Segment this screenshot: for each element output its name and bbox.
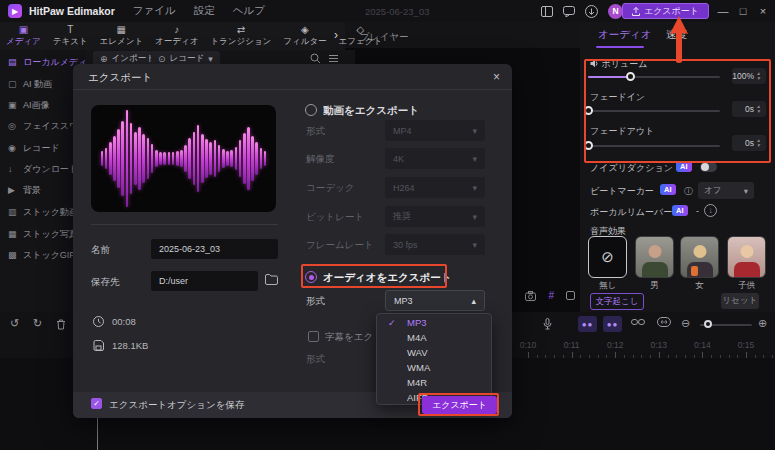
tab-filters[interactable]: ◈フィルター	[277, 22, 332, 50]
tab-media[interactable]: ▣メディア	[0, 22, 47, 50]
noise-reduction-toggle[interactable]	[700, 162, 717, 172]
clock-icon	[93, 316, 104, 327]
minimize-button[interactable]: —	[715, 0, 731, 22]
chevron-up-icon: ▴	[471, 296, 476, 306]
voice-fx-child[interactable]	[727, 236, 766, 278]
zoom-slider-knob[interactable]	[704, 320, 712, 328]
tab-effects[interactable]: ◇エフェクト	[333, 22, 389, 50]
playhead[interactable]	[97, 418, 98, 450]
trash-icon[interactable]	[56, 319, 66, 330]
layout-panels-icon[interactable]	[541, 6, 553, 17]
name-input[interactable]: 2025-06-23_03	[151, 239, 278, 259]
info-icon[interactable]: ⓘ	[684, 185, 693, 198]
crop-icon[interactable]	[566, 291, 575, 300]
audio-format-label: 形式	[306, 295, 325, 308]
record-icon: ◉	[8, 143, 18, 153]
list-view-icon[interactable]	[328, 53, 339, 64]
player-toolbar: ⌄ #	[505, 290, 575, 301]
voice-fx-male[interactable]	[635, 236, 674, 278]
dialog-close-icon[interactable]: ×	[493, 70, 500, 84]
panel-tab-audio[interactable]: オーディオ	[598, 28, 651, 42]
dropdown-option-m4r[interactable]: M4R	[377, 375, 491, 390]
download-icon[interactable]	[585, 5, 598, 18]
video-export-radio[interactable]	[305, 104, 317, 116]
check-icon: ✓	[388, 318, 396, 328]
noise-reduction-label: ノイズリダクション	[590, 162, 673, 175]
app-title: HitPaw Edimakor	[29, 5, 115, 17]
dropdown-option-wav[interactable]: WAV	[377, 345, 491, 360]
dropdown-option-wma[interactable]: WMA	[377, 360, 491, 375]
stock-photo-icon: ▦	[8, 229, 18, 239]
stock-gif-icon: ▩	[8, 250, 18, 260]
export-top-button[interactable]: エクスポート	[622, 3, 709, 19]
waveform-preview	[91, 105, 276, 212]
auto-ripple-icon[interactable]: ●●	[578, 316, 597, 332]
resolution-label: 解像度	[306, 153, 335, 166]
voice-fx-female-label: 女	[680, 280, 719, 292]
zoom-out-icon[interactable]: ⊖	[681, 317, 690, 330]
fit-timeline-icon[interactable]	[657, 317, 671, 327]
tabs-overflow-chevron-icon[interactable]: ›	[334, 28, 338, 42]
unlink-icon[interactable]	[631, 317, 645, 327]
close-button[interactable]: ×	[755, 0, 771, 22]
tab-transitions[interactable]: ⇄トランジション	[204, 22, 277, 50]
media-icon: ▣	[19, 25, 28, 35]
record-btn-icon: ⊙	[158, 54, 166, 64]
subtitle-export-checkbox[interactable]	[308, 331, 319, 342]
none-icon: ⊘	[601, 248, 614, 266]
magnet-snap-icon[interactable]: ●●	[603, 316, 622, 332]
transcribe-button[interactable]: 文字起こし	[590, 293, 644, 310]
voice-fx-none[interactable]: ⊘	[588, 236, 627, 278]
menu-settings[interactable]: 設定	[194, 4, 215, 18]
user-avatar[interactable]: N	[608, 4, 623, 19]
titlebar: ▶ HitPaw Edimakor ファイル 設定 ヘルプ 2025-06-23…	[0, 0, 775, 22]
ai-badge: AI	[672, 205, 688, 216]
tab-text[interactable]: Tテキスト	[47, 22, 94, 50]
annotation-export-button-box	[418, 393, 499, 416]
chevron-down-icon: ▾	[744, 186, 748, 196]
voice-fx-male-label: 男	[635, 280, 674, 292]
subtitle-export-label: 字幕をエクスポート	[325, 331, 373, 344]
reset-button[interactable]: リセット	[721, 293, 759, 309]
save-options-checkbox[interactable]: ✓	[91, 398, 102, 409]
timeline-ruler[interactable]: 0:100:110:120:130:140:15	[517, 338, 775, 358]
voice-fx-child-label: 子供	[727, 280, 766, 292]
background-expand-icon: ▶	[8, 185, 18, 195]
elements-icon: ▦	[117, 25, 126, 35]
tab-elements[interactable]: ▦エレメント	[94, 22, 150, 50]
vocal-remover-label: ボーカルリムーバー	[590, 206, 672, 219]
folder-icon[interactable]	[265, 274, 278, 285]
microphone-icon[interactable]	[543, 318, 552, 330]
maximize-button[interactable]: □	[735, 0, 751, 22]
subtitle-format-label: 形式	[306, 353, 325, 366]
dropdown-option-mp3[interactable]: ✓MP3	[377, 315, 491, 330]
video-format-select: MP4▾	[385, 120, 485, 141]
tab-audio[interactable]: ♪オーディオ	[149, 22, 204, 50]
waveform-bars	[101, 105, 267, 212]
grid-icon[interactable]: #	[548, 290, 554, 301]
chevron-down-icon: ▾	[472, 126, 477, 136]
feedback-icon[interactable]	[563, 6, 575, 17]
video-export-label: 動画をエクスポート	[323, 104, 419, 118]
vocal-download-icon[interactable]: ↓	[704, 204, 717, 217]
video-format-label: 形式	[306, 125, 325, 138]
codec-label: コーデック	[306, 182, 354, 195]
beat-marker-select[interactable]: オフ▾	[698, 182, 754, 199]
local-media-icon: ▤	[8, 57, 18, 67]
resolution-select: 4K▾	[385, 148, 485, 169]
dropdown-option-m4a[interactable]: M4A	[377, 330, 491, 345]
search-icon[interactable]	[310, 53, 321, 64]
destination-input[interactable]: D:/user	[151, 271, 258, 291]
redo-icon[interactable]: ↻	[33, 317, 42, 330]
snapshot-icon[interactable]	[525, 291, 536, 301]
zoom-in-icon[interactable]: ⊕	[758, 317, 767, 330]
text-icon: T	[67, 25, 73, 35]
audio-format-select[interactable]: MP3▴	[385, 290, 485, 311]
menu-help[interactable]: ヘルプ	[233, 4, 265, 18]
voice-fx-female[interactable]	[680, 236, 719, 278]
menu-file[interactable]: ファイル	[133, 4, 176, 18]
name-label: 名前	[91, 244, 110, 257]
destination-label: 保存先	[91, 276, 120, 289]
transitions-icon: ⇄	[237, 25, 245, 35]
undo-icon[interactable]: ↺	[10, 317, 19, 330]
